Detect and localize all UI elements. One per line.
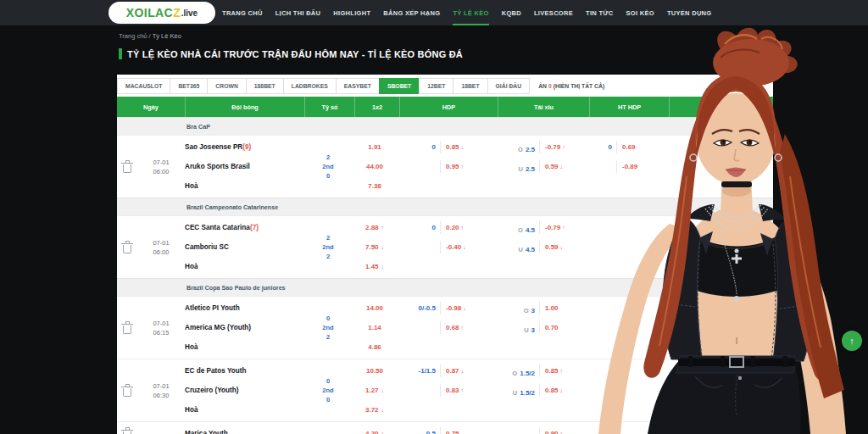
bookmaker-tab-macauslot[interactable]: MACAUSLOT <box>117 78 170 94</box>
hidden-count-toggle[interactable]: ẨN0(HIỂN THỊ TẤT CẢ) <box>538 83 604 89</box>
extra-column <box>664 218 773 276</box>
nav-item-kqbd[interactable]: KQBD <box>502 0 521 25</box>
bookmaker-tab-188bet[interactable]: 188BET <box>246 78 284 94</box>
odds-line: O31.00 <box>494 298 585 318</box>
bookmaker-tab-easybet[interactable]: EASYBET <box>336 78 380 94</box>
odds-value-box: 1.00 <box>539 302 585 314</box>
odds-line: U4.50.59↓ <box>494 237 585 257</box>
site-logo[interactable]: XOILACZ.live <box>108 2 215 24</box>
arrow-up-icon: ↑ <box>849 336 854 346</box>
odds-value-box <box>616 180 664 192</box>
team-name[interactable]: America MG (Youth) <box>185 318 303 337</box>
trash-icon[interactable] <box>123 326 131 334</box>
trash-icon[interactable] <box>123 431 131 434</box>
nav-item-soi-kèo[interactable]: SOI KÈO <box>626 0 654 25</box>
team-name[interactable]: Aruko Sports Brasil <box>185 157 303 176</box>
col-header-Đội bóng: Đội bóng <box>186 97 305 117</box>
team-name[interactable]: Cruzeiro (Youth) <box>185 381 303 400</box>
team-name[interactable]: Sao Joseense PR(9) <box>185 137 303 157</box>
extra-column <box>664 137 773 196</box>
team-name[interactable]: EC de Patos Youth <box>185 361 303 381</box>
odds-line: 00.85↓ <box>397 137 494 157</box>
handicap-value: U3 <box>494 320 539 336</box>
bookmaker-tab-bet365[interactable]: BET365 <box>170 78 208 94</box>
match-score <box>303 424 353 434</box>
trash-icon[interactable] <box>123 388 131 397</box>
team-name[interactable]: CEC Santa Catarina(7) <box>185 218 303 237</box>
x12-odds: 4.20↑ <box>353 424 397 434</box>
bookmaker-tab-18bet[interactable]: 18BET <box>453 78 487 94</box>
odds-value: 0.68 <box>446 324 459 331</box>
odds-value-box <box>616 221 664 234</box>
team-name[interactable]: Marica Youth <box>185 424 303 434</box>
trend-down-icon: ↓ <box>463 305 466 311</box>
match-date-cell: 07-0106:15 <box>137 298 185 357</box>
trend-up-icon: ↑ <box>562 144 565 150</box>
team-name-text: Hoà <box>185 406 198 414</box>
team-name[interactable]: Hoà <box>185 400 303 420</box>
scroll-top-button[interactable]: ↑ <box>842 331 862 351</box>
nav-item-livescore[interactable]: LIVESCORE <box>534 0 573 25</box>
odds-value: 0.75 <box>446 430 459 434</box>
odds-value-box: 0.68↑ <box>440 321 494 334</box>
score-value: 2 <box>326 234 330 242</box>
trend-up-icon: ↑ <box>381 225 385 231</box>
handicap-value: 0 <box>585 143 616 151</box>
nav-item-bảng-xếp-hạng[interactable]: BẢNG XẾP HẠNG <box>383 0 440 25</box>
team-name[interactable]: Camboriu SC <box>185 237 303 257</box>
bookmaker-tab-giải-đấu[interactable]: GIẢI ĐẤU <box>487 78 531 94</box>
hdp-column: -1/1.50.87↓0.83↑ <box>397 361 494 420</box>
nav-item-tin-tức[interactable]: TIN TỨC <box>586 0 614 25</box>
ht-hdp-column <box>585 218 664 276</box>
team-column: CEC Santa Catarina(7)Camboriu SCHoà <box>185 218 303 276</box>
x12-odds: 44.00 <box>353 157 397 176</box>
team-name-text: Camboriu SC <box>185 243 229 251</box>
trend-down-icon: ↓ <box>560 387 564 393</box>
odds-line: U1.5/20.85↓ <box>494 381 585 400</box>
odds-value-box: 0.70 <box>539 321 585 334</box>
nav-item-lịch-thi-đấu[interactable]: LỊCH THI ĐẤU <box>275 0 321 25</box>
x12-column: 10.501.27↓3.72↓ <box>353 361 397 420</box>
score-value: 2nd <box>322 243 333 252</box>
bookmaker-tab-ladbrokes[interactable]: LADBROKES <box>283 78 337 94</box>
extra-column <box>664 361 773 420</box>
handicap-number: 2.5 <box>526 146 535 153</box>
score-value: 2 <box>326 253 330 261</box>
trash-icon[interactable] <box>123 245 131 253</box>
bookmaker-tab-crown[interactable]: CROWN <box>207 78 246 94</box>
odds-line <box>397 176 494 196</box>
breadcrumb-home[interactable]: Trang chủ <box>119 32 147 40</box>
match-row: 07-0106:30EC de Patos YouthCruzeiro (You… <box>117 359 773 421</box>
odds-value: 0.59 <box>545 243 559 251</box>
team-name[interactable]: Atletico PI Youth <box>185 298 303 318</box>
nav-item-tuyển-dụng[interactable]: TUYỂN DỤNG <box>667 0 712 25</box>
hidden-label: ẨN <box>538 83 547 89</box>
bookmaker-tab-sbobet[interactable]: SBOBET <box>379 78 420 94</box>
team-rank-note: (9) <box>242 143 251 151</box>
team-name[interactable]: Hoà <box>185 337 303 357</box>
match-date-cell: 07-0106:00 <box>137 218 185 276</box>
odds-value: 10.50 <box>366 367 383 375</box>
odds-value-box: -0.40↓ <box>440 241 494 253</box>
team-name-text: Atletico PI Youth <box>185 304 240 312</box>
team-name[interactable]: Hoà <box>185 176 303 196</box>
trash-icon[interactable] <box>123 164 131 173</box>
nav-item-highlight[interactable]: HIGHLIGHT <box>333 0 370 25</box>
trend-up-icon: ↑ <box>381 431 385 434</box>
bookmaker-tab-12bet[interactable]: 12BET <box>419 78 453 94</box>
league-header-row: Brazil Copa Sao Paulo de juniores <box>117 278 773 296</box>
odds-line: 0.95↑ <box>397 157 494 176</box>
odds-line: 0.68↑ <box>397 318 494 337</box>
page-title-text: TỶ LỆ KÈO NHÀ CÁI TRƯỚC TRẬN ĐẤU HÔM NAY… <box>127 49 463 59</box>
trend-up-icon: ↑ <box>461 325 465 331</box>
x12-odds: 4.86 <box>353 337 397 357</box>
match-select-cell <box>117 361 137 420</box>
hidden-suffix: (HIỂN THỊ TẤT CẢ) <box>554 83 604 89</box>
team-name-text: Cruzeiro (Youth) <box>185 387 239 394</box>
team-name[interactable]: Hoà <box>185 257 303 276</box>
team-name-text: America MG (Youth) <box>185 324 251 331</box>
x12-odds: 1.91 <box>353 137 397 157</box>
nav-item-tỷ-lệ-kèo[interactable]: TỶ LỆ KÈO <box>453 0 488 25</box>
x12-column: 2.88↑7.50↓1.45↓ <box>353 218 397 276</box>
nav-item-trang-chủ[interactable]: TRANG CHỦ <box>222 0 263 25</box>
